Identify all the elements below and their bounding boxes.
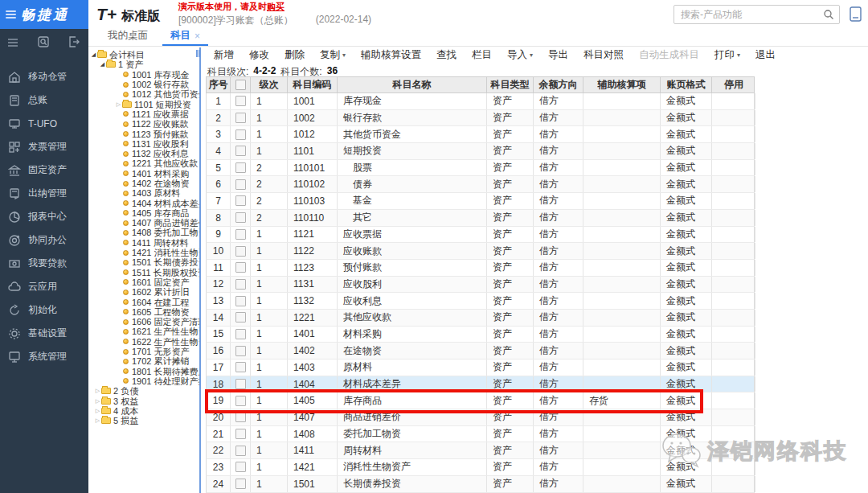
checkbox-icon[interactable] (235, 429, 246, 439)
checkbox-icon[interactable] (235, 80, 246, 90)
table-row-1132[interactable]: 1311132应收利息资产借方金额式 (206, 293, 755, 310)
table-row-1001[interactable]: 111001库存现金资产借方金额式 (206, 93, 755, 110)
tree-node-account[interactable]: 1501 长期债券投资 (88, 257, 199, 267)
app-logo[interactable]: 畅捷通 (0, 0, 88, 29)
tree-node-account[interactable]: 1421 消耗性生物资产 (88, 248, 199, 257)
tree-node-group[interactable]: ▷3 权益 (88, 396, 199, 405)
table-row-1403[interactable]: 1711403原材料资产借方金额式 (206, 359, 755, 376)
tree-node-account[interactable]: 1606 固定资产清理 (88, 317, 199, 327)
tree-node-account[interactable]: 1131 应收股利 (88, 139, 199, 149)
row-checkbox[interactable] (231, 310, 251, 326)
toolbar-button-导出[interactable]: 导出 (548, 48, 568, 62)
tree-node-account[interactable]: 1407 商品进销差价 (88, 218, 199, 228)
tree-expanded-arrow-icon[interactable]: ◢ (99, 60, 106, 69)
logout-icon[interactable] (68, 36, 80, 51)
checkbox-icon[interactable] (235, 113, 246, 123)
sidebar-item-T-UFO[interactable]: T-UFO (0, 112, 88, 135)
sidebar-item-云应用[interactable]: 云应用 (0, 275, 88, 298)
checkbox-icon[interactable] (235, 146, 246, 156)
table-row-1411[interactable]: 2211411周转材料资产借方金额式 (206, 442, 755, 459)
tree-node-account[interactable]: 1622 生产性生物资产累 (88, 337, 199, 347)
table-row-1401[interactable]: 1511401材料采购资产借方金额式 (206, 327, 755, 343)
tree-node-account[interactable]: 1405 库存商品 (88, 208, 199, 218)
tree-node-account[interactable]: 1511 长期股权投资 (88, 268, 199, 277)
table-row-1405[interactable]: 1911405库存商品资产借方存货金额式 (206, 392, 755, 409)
table-row-1421[interactable]: 2311421消耗性生物资产资产借方金额式 (206, 459, 755, 476)
checkbox-icon[interactable] (235, 279, 246, 290)
tree-node-account[interactable]: 1402 在途物资 (88, 179, 199, 188)
row-checkbox[interactable] (231, 293, 251, 309)
row-checkbox[interactable] (231, 442, 251, 458)
app-search-icon[interactable] (38, 36, 49, 51)
checkbox-icon[interactable] (235, 396, 246, 406)
checkbox-icon[interactable] (235, 479, 246, 489)
row-checkbox[interactable] (231, 193, 251, 209)
checkbox-icon[interactable] (235, 195, 246, 206)
tree-node-account[interactable]: 1122 应收账款 (88, 119, 199, 129)
row-checkbox[interactable] (231, 260, 251, 276)
row-checkbox[interactable] (231, 327, 251, 343)
checkbox-icon[interactable] (235, 262, 246, 273)
tree-node-group[interactable]: ▷4 成本 (88, 406, 199, 416)
tree-node-account[interactable]: 1408 委托加工物资 (88, 228, 199, 237)
search-input[interactable] (674, 9, 823, 20)
toolbar-button-辅助核算设置[interactable]: 辅助核算设置 (361, 48, 421, 62)
checkbox-icon[interactable] (235, 312, 246, 323)
toolbar-button-科目对照[interactable]: 科目对照 (583, 48, 624, 62)
checkbox-icon[interactable] (235, 379, 246, 389)
sidebar-item-报表中心[interactable]: 报表中心 (0, 205, 88, 228)
sidebar-item-出纳管理[interactable]: 出纳管理 (0, 182, 88, 205)
sidebar-item-系统管理[interactable]: 系统管理 (0, 345, 88, 368)
tree-node-account[interactable]: 1002 银行存款 (88, 80, 199, 89)
table-row-1402[interactable]: 1611402在途物资资产借方金额式 (206, 343, 755, 359)
row-checkbox[interactable] (231, 243, 251, 259)
toolbar-button-新增[interactable]: 新增 (214, 48, 234, 62)
row-checkbox[interactable] (231, 392, 251, 409)
toolbar-button-退出[interactable]: 退出 (755, 48, 776, 62)
row-checkbox[interactable] (231, 210, 251, 226)
tree-node-account[interactable]: 1403 原材料 (88, 188, 199, 198)
table-row-1407[interactable]: 2011407商品进销差价资产借方金额式 (206, 409, 755, 426)
toolbar-button-打印[interactable]: 打印▾ (714, 48, 740, 62)
sidebar-item-基础设置[interactable]: 基础设置 (0, 322, 88, 345)
table-row-1501[interactable]: 2411501长期债券投资资产借方金额式 (206, 476, 755, 493)
chevron-down-icon[interactable]: ▾ (342, 51, 346, 59)
toolbar-button-删除[interactable]: 删除 (285, 48, 305, 62)
chevron-down-icon[interactable]: ▾ (737, 51, 740, 59)
table-row-1101[interactable]: 411101短期投资资产借方金额式 (206, 143, 755, 160)
sidebar-item-发票管理[interactable]: 发票管理 (0, 135, 88, 158)
checkbox-icon[interactable] (235, 446, 246, 456)
row-checkbox[interactable] (231, 176, 251, 192)
checkbox-icon[interactable] (235, 329, 246, 339)
tree-node-account[interactable]: 1132 应收利息 (88, 149, 199, 158)
table-row-1404[interactable]: 1811404材料成本差异资产借方金额式 (206, 376, 755, 393)
tree-node-group[interactable]: ▷2 负债 (88, 386, 199, 396)
table-row-110103[interactable]: 72110103基金资产借方金额式 (206, 193, 755, 210)
table-row-110102[interactable]: 62110102债券资产借方金额式 (206, 176, 755, 193)
tree-expanded-arrow-icon[interactable]: ◢ (90, 50, 97, 60)
toolbar-button-查找[interactable]: 查找 (436, 48, 457, 62)
checkbox-icon[interactable] (235, 362, 246, 372)
tab-我的桌面[interactable]: 我的桌面 (100, 27, 156, 46)
tree-node-account[interactable]: 1701 无形资产 (88, 347, 199, 356)
toolbar-button-修改[interactable]: 修改 (249, 48, 269, 62)
row-checkbox[interactable] (231, 93, 251, 109)
device-icon[interactable] (850, 6, 862, 25)
checkbox-icon[interactable] (235, 229, 246, 240)
checkbox-icon[interactable] (235, 179, 246, 190)
tree-node-account[interactable]: 1221 其他应收款 (88, 158, 199, 168)
tree-node-assets[interactable]: ◢1 资产 (88, 60, 199, 69)
table-row-1408[interactable]: 2111408委托加工物资资产借方金额式 (206, 426, 755, 443)
table-row-110101[interactable]: 52110101股票资产借方金额式 (206, 160, 755, 177)
tree-collapsed-arrow-icon[interactable]: ▷ (94, 396, 101, 406)
checkbox-icon[interactable] (235, 412, 246, 422)
header-select-all[interactable] (231, 77, 251, 92)
tree-node-account[interactable]: 1123 预付账款 (88, 129, 199, 138)
checkbox-icon[interactable] (235, 129, 246, 140)
row-checkbox[interactable] (231, 459, 251, 475)
toolbar-button-栏目[interactable]: 栏目 (472, 48, 492, 62)
checkbox-icon[interactable] (235, 462, 246, 472)
row-checkbox[interactable] (231, 277, 251, 293)
tree-node-account[interactable]: 1602 累计折旧 (88, 287, 199, 297)
tab-科目[interactable]: 科目× (162, 27, 208, 46)
